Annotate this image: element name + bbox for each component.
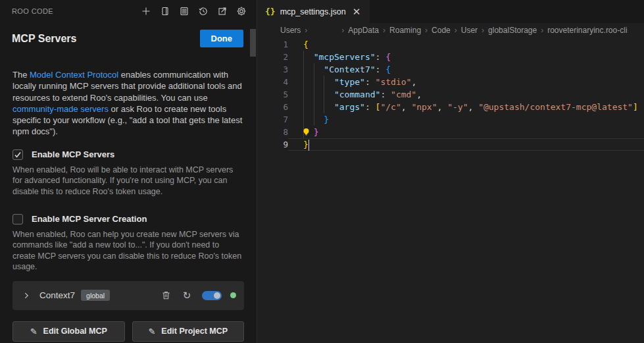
done-button[interactable]: Done [200,30,244,47]
vscode-window: ROO CODE [0,0,644,343]
line-number: 8 [258,127,288,137]
json-file-icon: {} [265,7,276,16]
line-number: 7 [258,115,288,124]
server-status-dot [230,292,236,298]
line-number: 5 [258,90,288,99]
enable-mcp-servers-description: When enabled, Roo will be able to intera… [12,165,244,198]
prompts-icon[interactable] [158,4,172,18]
text-cursor [309,140,310,151]
inline-link[interactable]: community-made servers [12,104,109,114]
editor-area: {} mcp_settings.json ✕ Users››AppData›Ro… [258,0,644,343]
breadcrumb-item[interactable]: AppData [348,26,379,35]
breadcrumb-separator-icon: › [482,26,484,35]
code-text: "command": "cmd", [303,88,422,101]
delete-server-icon[interactable] [159,289,172,302]
intro-text: The [12,70,30,80]
panel-topbar: ROO CODE [0,0,257,22]
line-number: 4 [258,77,288,87]
page-title: MCP Servers [12,33,76,45]
breadcrumb: Users››AppData›Roaming›Code›User›globalS… [258,23,644,38]
code-text: "args": ["/c", "npx", "-y", "@upstash/co… [303,101,638,113]
pencil-icon: ✎ [30,327,37,336]
breadcrumb-separator-icon: › [541,26,543,35]
open-in-editor-icon[interactable] [215,4,230,18]
code-text: "mcpServers": { [303,51,391,63]
tab-filename: mcp_settings.json [280,7,346,16]
edit-buttons-row: ✎ Edit Global MCP ✎ Edit Project MCP [12,321,244,342]
tab-close-icon[interactable]: ✕ [351,6,363,17]
tab-mcp-settings-json[interactable]: {} mcp_settings.json ✕ [258,0,370,23]
breadcrumb-item[interactable]: rooveterinaryinc.roo-cli [547,26,627,35]
breadcrumb-separator-icon: › [341,26,344,35]
code-text: "Context7": { [303,63,391,76]
enable-mcp-servers-checkbox[interactable] [12,149,23,160]
breadcrumb-item[interactable]: Code [432,26,451,35]
line-number: 3 [258,65,288,74]
mcp-servers-icon[interactable] [177,4,191,18]
restart-server-icon[interactable]: ↻ [180,289,193,302]
enable-mcp-creation-section: Enable MCP Server Creation When enabled,… [12,214,244,273]
line-number: 1 [258,40,288,49]
breadcrumb-separator-icon: › [455,26,457,35]
enable-mcp-creation-row[interactable]: Enable MCP Server Creation [12,214,244,224]
panel-toolbar [139,4,249,18]
breadcrumb-item[interactable]: Users [280,26,301,35]
breadcrumb-item[interactable]: Roaming [389,26,421,35]
line-number: 6 [258,102,288,112]
edit-global-mcp-button[interactable]: ✎ Edit Global MCP [12,321,125,342]
intro-paragraph: The Model Context Protocol enables commu… [12,69,245,138]
server-name: Context7 [39,290,75,300]
enable-mcp-servers-row[interactable]: Enable MCP Servers [12,149,244,160]
code-text: { [303,38,309,51]
code-editor[interactable]: 1{2 "mcpServers": {3 "Context7": {4 "typ… [258,38,644,151]
server-scope-badge: global [81,290,110,301]
server-row-context7[interactable]: Context7 global ↻ [12,281,244,310]
edit-project-mcp-button[interactable]: ✎ Edit Project MCP [132,321,245,342]
breadcrumb-separator-icon: › [425,26,428,35]
line-number: 9 [258,140,288,149]
line-number: 2 [258,52,288,62]
code-line: 6 "args": ["/c", "npx", "-y", "@upstash/… [258,101,644,113]
panel-title-row: MCP Servers Done [0,22,257,47]
code-line: 7 } [258,113,644,126]
code-line: 9} [258,138,644,151]
server-enabled-toggle[interactable] [202,291,222,300]
code-line: 5 "command": "cmd", [258,88,644,101]
panel-scrollbar-thumb[interactable] [250,29,256,57]
enable-mcp-creation-checkbox[interactable] [12,214,23,224]
history-icon[interactable] [196,4,211,18]
enable-mcp-creation-label: Enable MCP Server Creation [32,214,147,224]
breadcrumb-separator-icon: › [383,26,385,35]
breadcrumb-item[interactable]: globalStorage [488,26,537,35]
code-line: 2 "mcpServers": { [258,51,644,63]
code-line: 1{ [258,38,644,51]
code-text: } [303,138,309,151]
editor-tabbar: {} mcp_settings.json ✕ [258,0,644,23]
extension-brand: ROO CODE [12,7,53,15]
enable-mcp-servers-label: Enable MCP Servers [32,149,114,159]
code-text: "type": "stdio", [303,76,416,88]
new-task-icon[interactable] [139,4,153,18]
settings-gear-icon[interactable] [234,4,249,18]
code-text: } [303,113,329,126]
roo-code-panel: ROO CODE [0,0,257,343]
breadcrumb-separator-icon: › [305,26,307,35]
lightbulb-icon[interactable] [301,127,311,137]
enable-mcp-servers-section: Enable MCP Servers When enabled, Roo wil… [12,149,244,198]
inline-link[interactable]: Model Context Protocol [30,70,118,80]
code-line: 8 } [258,126,644,138]
enable-mcp-creation-description: When enabled, Roo can help you create ne… [12,229,244,273]
code-line: 3 "Context7": { [258,63,644,76]
breadcrumb-item[interactable]: User [461,26,478,35]
pencil-icon: ✎ [148,327,155,336]
panel-body: The Model Context Protocol enables commu… [0,69,257,342]
chevron-right-icon[interactable] [22,291,31,300]
code-line: 4 "type": "stdio", [258,76,644,88]
